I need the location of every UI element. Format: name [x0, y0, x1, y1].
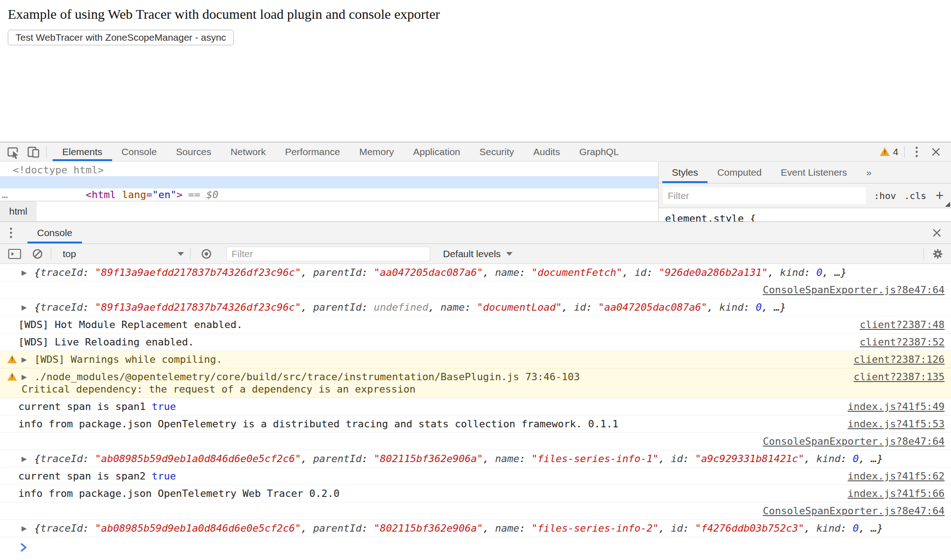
message-segment: "f4276ddb03b752c3"	[695, 522, 804, 534]
console-message-row: ▶{traceId: "ab08985b59d9eb1a0d846d6e0e5c…	[0, 520, 951, 537]
message-segment: :	[362, 522, 374, 534]
message-segment: ,	[622, 267, 635, 278]
message-segment: info from package.json OpenTelemetry Web…	[18, 488, 340, 499]
console-drawer-tab[interactable]: Console	[27, 222, 82, 243]
tab-event-listeners[interactable]: Event Listeners	[771, 162, 857, 183]
source-link[interactable]: client?2387:52	[849, 336, 945, 348]
drawer-menu-icon[interactable]	[6, 222, 16, 243]
source-link[interactable]: index.js?41f5:62	[837, 470, 945, 482]
source-link[interactable]: client?2387:48	[849, 318, 945, 331]
context-caret-icon	[178, 252, 184, 256]
message-segment: [WDS] Hot Module Replacement enabled.	[18, 319, 243, 330]
tab-network[interactable]: Network	[221, 142, 276, 161]
tab-performance[interactable]: Performance	[276, 142, 350, 161]
new-style-rule-button[interactable]: +	[935, 190, 944, 201]
message-segment: 0	[853, 453, 859, 464]
message-segment: [WDS] Live Reloading enabled.	[18, 336, 194, 348]
message-segment: name	[495, 522, 519, 534]
message-segment: kind	[816, 522, 841, 534]
tab-console[interactable]: Console	[112, 142, 167, 161]
console-prompt[interactable]	[0, 537, 951, 555]
devtools-tabs: ElementsConsoleSourcesNetworkPerformance…	[53, 142, 628, 161]
warning-count-badge[interactable]: 4	[880, 146, 898, 157]
console-drawer: Console	[0, 221, 951, 560]
doctype-node[interactable]: <!doctype html>	[0, 164, 658, 176]
inspect-element-icon[interactable]	[6, 142, 20, 161]
more-panels-icon[interactable]: »	[857, 162, 881, 183]
log-levels-label: Default levels	[443, 248, 501, 259]
expand-icon[interactable]: ▶	[22, 522, 34, 534]
message-segment: parentId	[313, 522, 362, 534]
close-devtools-icon[interactable]	[927, 147, 945, 157]
live-expression-eye-icon[interactable]	[199, 248, 214, 260]
message-segment: , …}	[822, 267, 847, 278]
tab-memory[interactable]: Memory	[350, 142, 404, 161]
collapsed-children-ellipsis: …	[2, 188, 8, 201]
message-segment: current span is span2	[18, 470, 151, 482]
message-text: [WDS] Live Reloading enabled.	[18, 336, 849, 348]
source-link[interactable]: ConsoleSpanExporter.js?8e47:64	[752, 505, 945, 517]
message-segment: ,	[483, 453, 495, 464]
hov-pseudo-toggle[interactable]: :hov	[874, 190, 896, 201]
warning-icon	[7, 372, 17, 381]
expand-icon[interactable]: ▶	[22, 301, 34, 313]
source-link[interactable]: ConsoleSpanExporter.js?8e47:64	[752, 284, 945, 296]
console-sidebar-icon[interactable]	[7, 248, 22, 260]
styles-content-clipped: element.style {	[659, 208, 951, 221]
log-levels-dropdown[interactable]: Default levels	[443, 248, 513, 259]
source-link[interactable]: index.js?41f5:53	[837, 418, 945, 430]
clear-console-icon[interactable]	[30, 248, 45, 260]
tab-application[interactable]: Application	[404, 142, 470, 161]
message-segment: :	[83, 453, 95, 464]
tab-security[interactable]: Security	[470, 142, 524, 161]
message-segment: "files-series-info-1"	[531, 453, 659, 464]
expand-icon[interactable]: ▶	[22, 371, 34, 383]
tab-styles[interactable]: Styles	[662, 162, 708, 183]
toggle-device-toolbar-icon[interactable]	[27, 142, 40, 161]
more-menu-icon[interactable]	[911, 145, 923, 158]
tab-sources[interactable]: Sources	[167, 142, 221, 161]
message-segment: ,	[428, 302, 441, 313]
console-message-row: ▶[WDS] Warnings while compiling.client?2…	[0, 351, 951, 368]
console-message-row: info from package.json OpenTelemetry Web…	[0, 485, 951, 502]
expand-icon[interactable]: ▶	[22, 266, 34, 279]
message-segment: ,	[804, 453, 816, 464]
tab-elements[interactable]: Elements	[53, 142, 112, 161]
message-segment: traceId	[40, 267, 83, 278]
elements-tree: <!doctype html> …<html lang="en">== $0 h…	[0, 162, 658, 221]
expand-icon[interactable]: ▶	[22, 353, 34, 366]
context-selector[interactable]: top	[63, 248, 184, 259]
message-segment: "documentLoad"	[477, 302, 562, 313]
styles-filter-input[interactable]	[663, 187, 866, 204]
prompt-chevron-icon	[20, 541, 27, 553]
message-segment: "ab08985b59d9eb1a0d846d6e0e5cf2c6"	[95, 453, 301, 464]
cls-toggle[interactable]: .cls	[904, 190, 926, 201]
source-link[interactable]: client?2387:135	[843, 371, 945, 383]
message-segment: current span is span1	[18, 401, 151, 412]
message-segment: ,	[768, 267, 780, 278]
source-link[interactable]: index.js?41f5:66	[837, 487, 945, 500]
source-link[interactable]: index.js?41f5:49	[837, 400, 945, 413]
dom-tree: <!doctype html> …<html lang="en">== $0	[0, 162, 658, 188]
tab-computed[interactable]: Computed	[708, 162, 771, 183]
breadcrumb-item-html[interactable]: html	[0, 201, 37, 221]
tab-audits[interactable]: Audits	[524, 142, 569, 161]
html-node[interactable]: …<html lang="en">== $0	[0, 176, 658, 188]
divider	[51, 248, 51, 260]
message-segment: undefined	[374, 302, 428, 313]
settings-gear-icon[interactable]	[930, 248, 946, 260]
expand-icon[interactable]: ▶	[22, 452, 34, 465]
message-segment: ,	[301, 522, 313, 534]
message-segment: :	[362, 453, 374, 464]
source-link[interactable]: ConsoleSpanExporter.js?8e47:64	[752, 435, 945, 447]
console-message-row: ▶{traceId: "ab08985b59d9eb1a0d846d6e0e5c…	[0, 450, 951, 468]
console-filter-input[interactable]	[227, 247, 430, 261]
message-segment: parentId	[313, 453, 362, 464]
message-segment: name	[441, 302, 465, 313]
message-segment: :	[647, 267, 659, 278]
tab-graphql[interactable]: GraphQL	[570, 142, 628, 161]
page-title: Example of using Web Tracer with documen…	[8, 6, 951, 22]
source-link[interactable]: client?2387:126	[843, 353, 945, 366]
test-webtracer-button[interactable]: Test WebTracer with ZoneScopeManager - a…	[8, 30, 234, 45]
close-drawer-icon[interactable]	[929, 222, 945, 243]
